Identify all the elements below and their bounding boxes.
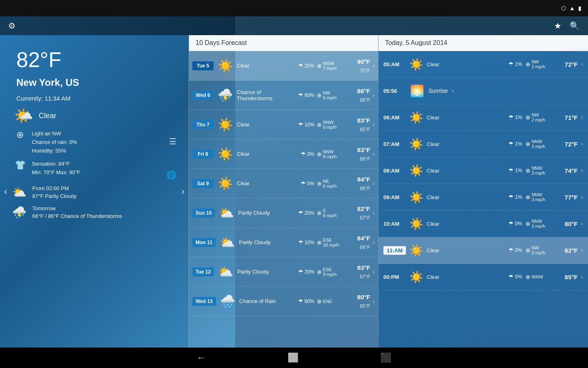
settings-icon[interactable]: ⚙ — [8, 21, 16, 31]
hour-umbrella-icon: ☂ — [508, 274, 514, 280]
hour-chevron-icon: › — [581, 247, 583, 254]
hour-temperature: 77°F — [555, 194, 578, 201]
hour-temperature: 72°F — [555, 61, 578, 68]
hour-weather-icon: ☀️ — [409, 137, 423, 151]
forecast-days-list[interactable]: Tue 5 ☀️ Clear ☂ 20% ⊕ WSW7 mp/h 90°F70°… — [189, 51, 378, 316]
day-weather-icon: ⛅ — [218, 265, 233, 279]
today-hour-row[interactable]: 11:AM ☀️ Clear ☂ 0% ⊕ NW2 mp/h 82°F › — [379, 237, 588, 264]
today-chevron-icon: › — [452, 87, 454, 94]
forecast-day-row[interactable]: Thu 7 ☀️ Clear ☂ 10% ⊕ NNW9 mp/h 83°F65°… — [189, 110, 378, 139]
hour-time: 08:AM — [383, 168, 406, 174]
nav-next-arrow[interactable]: › — [181, 186, 185, 197]
forecast-day-row[interactable]: Wed 6 ⛈️ Chance of Thunderstorms ☂ 60% ⊕… — [189, 81, 378, 110]
day-wind: ⊕ ENE — [317, 298, 345, 305]
day-description: Clear — [237, 63, 296, 69]
forecast-panel: 10 Days Forecast Tue 5 ☀️ Clear ☂ 20% ⊕ … — [189, 35, 378, 348]
day-temperature: 83°F67°F — [348, 263, 370, 280]
day-rain-chance: ☂ 0% — [301, 151, 314, 157]
today-hour-row[interactable]: 08:AM ☀️ Clear ☂ 1% ⊕ NNW3 mp/h 74°F › — [379, 157, 588, 184]
day-rain-chance: ☂ 20% — [298, 210, 314, 216]
today-hours-list[interactable]: 05:AM ☀️ Clear ☂ 1% ⊕ NW2 mp/h 72°F › 05… — [379, 51, 588, 290]
hour-chevron-icon: › — [581, 167, 583, 174]
globe-icon[interactable]: 🌐 — [166, 170, 176, 180]
forecast-day-row[interactable]: Tue 5 ☀️ Clear ☂ 20% ⊕ WSW7 mp/h 90°F70°… — [189, 51, 378, 81]
hour-description: Clear — [427, 61, 505, 67]
hour-compass-icon: ⊕ — [526, 220, 530, 227]
hour-wind: ⊕ WNW — [526, 274, 552, 280]
hour-chevron-icon: › — [581, 273, 583, 280]
today-hour-row[interactable]: 05:AM ☀️ Clear ☂ 1% ⊕ NW2 mp/h 72°F › — [379, 51, 588, 78]
favorites-icon[interactable]: ★ — [554, 21, 561, 31]
list-view-icon[interactable]: ☰ — [169, 137, 176, 146]
wind-compass-icon: ⊕ — [317, 63, 322, 69]
recents-button[interactable]: ⬛ — [380, 352, 391, 363]
wind-detail-text: Light air NW — [32, 130, 77, 138]
tomorrow-label: Tomorrow — [32, 204, 122, 213]
forecast-day-row[interactable]: Wed 13 🌧️ Chance of Rain ☂ 60% ⊕ ENE 80°… — [189, 287, 378, 316]
day-label: Mon 11 — [192, 238, 216, 247]
today-hour-row[interactable]: 00:PM ☀️ Clear ☂ 0% ⊕ WNW 85°F › — [379, 264, 588, 290]
main-content: ‹ › 82°F New York, US Currently: 11:34 A… — [0, 35, 588, 348]
day-wind: ⊕ NE6 mp/h — [317, 179, 345, 188]
tomorrow-forecast-item: ⛈️ Tomorrow 66°F / 86°F Chance of Thunde… — [12, 204, 176, 220]
day-temperature: 83°F65°F — [348, 116, 370, 133]
hour-weather-icon: ☀️ — [409, 191, 423, 204]
nav-prev-arrow[interactable]: ‹ — [4, 186, 7, 197]
partly-cloudy-icon: ⛅ — [12, 186, 27, 199]
day-rain-chance: ☂ 0% — [301, 180, 314, 187]
hour-compass-icon: ⊕ — [526, 141, 530, 147]
search-icon[interactable]: 🔍 — [570, 21, 580, 31]
day-rain-chance: ☂ 60% — [298, 298, 314, 305]
sunrise-icon: 🌅 — [410, 84, 424, 98]
day-temperature: 84°F68°F — [348, 234, 370, 251]
hour-compass-icon: ⊕ — [526, 274, 530, 280]
day-label: Tue 5 — [192, 61, 214, 70]
wifi-icon: ▲ — [569, 5, 575, 11]
hour-wind: ⊕ NW2 mp/h — [526, 59, 552, 69]
home-button[interactable]: ⬜ — [287, 352, 298, 363]
wind-compass-icon: ⊕ — [317, 298, 322, 305]
day-label: Tue 12 — [192, 267, 214, 276]
hour-rain-chance: ☂ 0% — [508, 247, 522, 254]
hour-umbrella-icon: ☂ — [508, 167, 514, 174]
back-button[interactable]: ← — [197, 352, 206, 363]
hour-description: Clear — [427, 168, 505, 174]
today-hour-row[interactable]: 10:AM ☀️ Clear ☂ 0% ⊕ NNW2 mp/h 80°F › — [379, 211, 588, 237]
today-hour-row[interactable]: 07:AM ☀️ Clear ☂ 1% ⊕ NNW3 mp/h 72°F › — [379, 131, 588, 157]
forecast-day-row[interactable]: Fri 8 ☀️ Clear ☂ 0% ⊕ NNW8 mp/h 83°F66°F… — [189, 139, 378, 169]
wind-compass-icon: ⊕ — [317, 151, 322, 157]
hour-description: Clear — [427, 114, 505, 121]
hour-compass-icon: ⊕ — [526, 247, 530, 254]
hour-umbrella-icon: ☂ — [508, 141, 514, 147]
status-bar: ⬡ ▲ ▮ — [0, 0, 588, 16]
current-hour-badge: 11:AM — [383, 246, 406, 255]
forecast-day-row[interactable]: Sun 10 ⛅ Partly Cloudy ☂ 20% ⊕ E8 mp/h 8… — [189, 198, 378, 228]
today-hour-row[interactable]: 06:AM ☀️ Clear ☂ 1% ⊕ NW2 mp/h 71°F › — [379, 104, 588, 131]
forecast-day-row[interactable]: Tue 12 ⛅ Partly Cloudy ☂ 20% ⊕ ESE9 mp/h… — [189, 257, 378, 287]
hour-rain-chance: ☂ 0% — [508, 220, 522, 227]
day-wind: ⊕ NNW9 mp/h — [317, 120, 345, 130]
hour-time: 07:AM — [383, 141, 406, 147]
day-label: Wed 6 — [192, 91, 214, 100]
day-description: Partly Cloudy — [237, 269, 296, 275]
day-chevron-icon: › — [373, 209, 375, 217]
day-weather-icon: ☀️ — [218, 147, 233, 161]
hour-wind: ⊕ NNW2 mp/h — [526, 219, 552, 229]
today-panel: Today, 5 August 2014 05:AM ☀️ Clear ☂ 1%… — [378, 35, 588, 348]
forecast-day-row[interactable]: Sat 9 ☀️ Clear ☂ 0% ⊕ NE6 mp/h 84°F66°F … — [189, 169, 378, 198]
hour-chevron-icon: › — [581, 193, 583, 201]
hour-rain-chance: ☂ 1% — [508, 141, 522, 147]
day-temperature: 86°F66°F — [348, 87, 370, 104]
day-description: Chance of Thunderstorms — [237, 89, 296, 101]
today-hour-row[interactable]: 09:AM ☀️ Clear ☂ 1% ⊕ NNW3 mp/h 77°F › — [379, 184, 588, 211]
toolbar: ⚙ ★ 🔍 — [0, 16, 588, 35]
forecast-day-row[interactable]: Mon 11 ⛅ Partly Cloudy ☂ 10% ⊕ ESE10 mp/… — [189, 228, 378, 257]
day-description: Clear — [237, 180, 298, 186]
hour-rain-chance: ☂ 1% — [508, 114, 522, 121]
hour-weather-icon: ☀️ — [409, 164, 423, 177]
hour-chevron-icon: › — [581, 140, 583, 148]
sensation-row: 👕 Sensation: 84°F Min: 70°F Max: 90°F — [14, 160, 176, 177]
sunrise-row: 05:56 🌅 Sunrise › — [379, 78, 588, 104]
hour-compass-icon: ⊕ — [526, 61, 530, 67]
umbrella-icon: ☂ — [301, 151, 306, 157]
